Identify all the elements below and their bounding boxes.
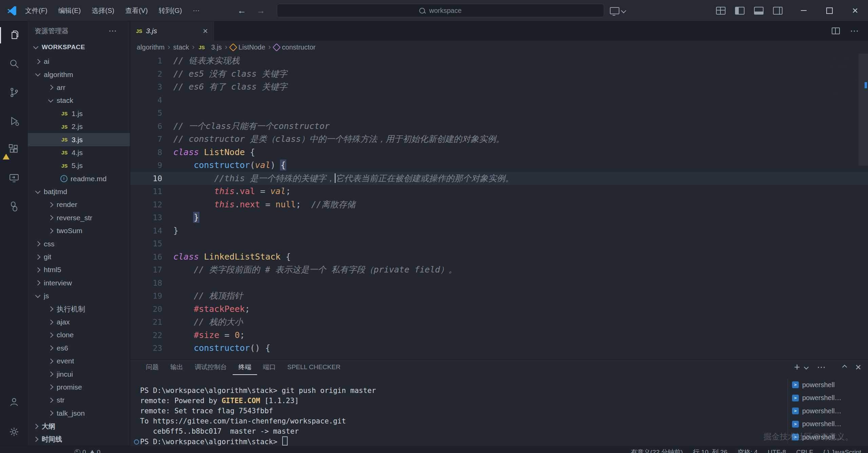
sidebar-item-explorer[interactable] <box>0 21 28 50</box>
code-line-13[interactable]: 13 } <box>130 211 868 224</box>
status-item-2[interactable]: 空格: 4 <box>737 448 757 453</box>
tree-item-event[interactable]: event <box>28 355 130 367</box>
code-line-18[interactable]: 18 <box>130 277 868 290</box>
tree-item-promise[interactable]: promise <box>28 381 130 394</box>
forward-icon[interactable]: → <box>256 5 265 16</box>
sidebar-item-search[interactable] <box>0 50 28 78</box>
code-line-9[interactable]: 9 constructor(val) { <box>130 159 868 172</box>
status-item-3[interactable]: UTF-8 <box>768 449 786 453</box>
tree-item-clone[interactable]: clone <box>28 328 130 341</box>
panel-tab-问题[interactable]: 问题 <box>140 359 165 375</box>
code-line-23[interactable]: 23 constructor() { <box>130 342 868 355</box>
tree-item-stack[interactable]: stack <box>28 94 130 107</box>
sidebar-pane-时间线[interactable]: 时间线 <box>28 433 130 446</box>
breadcrumb-algorithm[interactable]: algorithm <box>137 43 165 51</box>
minimap[interactable]: // 链表来实现栈// es5 没有 class 关键字// es6 有了 cl… <box>825 54 858 103</box>
tree-item-1.js[interactable]: JS1.js <box>28 107 130 120</box>
settings-button[interactable] <box>0 417 28 446</box>
code-line-12[interactable]: 12 this.next = null; //离散存储 <box>130 198 868 211</box>
menu-overflow-icon[interactable]: ⋯ <box>187 0 205 21</box>
sidebar-pane-大纲[interactable]: 大纲 <box>28 420 130 433</box>
back-icon[interactable]: ← <box>237 5 246 16</box>
code-line-2[interactable]: 2// es5 没有 class 关键字 <box>130 68 868 81</box>
tree-item-interview[interactable]: interview <box>28 277 130 289</box>
menu-item-4[interactable]: 转到(G) <box>153 0 188 21</box>
panel-tab-输出[interactable]: 输出 <box>165 359 189 375</box>
tree-item-batjtmd[interactable]: batjtmd <box>28 185 130 198</box>
panel-tab-终端[interactable]: 终端 <box>233 359 257 375</box>
sidebar-item-remote-explorer[interactable] <box>0 164 28 192</box>
breadcrumb-constructor[interactable]: constructor <box>274 43 315 51</box>
tree-item-jincui[interactable]: jincui <box>28 367 130 380</box>
maximize-button[interactable] <box>816 0 842 21</box>
tree-item-html5[interactable]: html5 <box>28 263 130 276</box>
sidebar-item-source-control[interactable] <box>0 78 28 107</box>
code-line-5[interactable]: 5 <box>130 107 868 120</box>
tree-item-ai[interactable]: ai <box>28 55 130 68</box>
code-line-22[interactable]: 22 #size = 0; <box>130 329 868 342</box>
tab-3js[interactable]: JS 3.js × <box>130 21 214 41</box>
toggle-panel-icon[interactable] <box>754 7 764 15</box>
code-line-1[interactable]: 1// 链表来实现栈 <box>130 54 868 68</box>
breadcrumb-ListNode[interactable]: ListNode <box>230 43 265 51</box>
account-button[interactable] <box>0 388 28 416</box>
toggle-sidebar-icon[interactable] <box>735 7 745 15</box>
tree-item-ajax[interactable]: ajax <box>28 316 130 328</box>
code-line-6[interactable]: 6// 一个class只能有一个constructor <box>130 120 868 133</box>
panel-tab-调试控制台[interactable]: 调试控制台 <box>189 359 233 375</box>
code-line-10[interactable]: 10 //this 是一个特殊的关键字，它代表当前正在被创建或操作的那个对象实例… <box>130 172 868 185</box>
workspace-section-header[interactable]: WORKSPACE <box>28 41 130 54</box>
code-line-14[interactable]: 14} <box>130 224 868 238</box>
sidebar-item-run-debug[interactable] <box>0 107 28 135</box>
terminal-tab-0[interactable]: >powershell <box>788 378 863 392</box>
code-line-20[interactable]: 20 #stackPeek; <box>130 303 868 316</box>
status-warning-count[interactable]: 0 <box>90 449 101 453</box>
menu-item-1[interactable]: 编辑(E) <box>53 0 86 21</box>
more-actions-icon[interactable]: ⋯ <box>109 26 117 36</box>
status-item-1[interactable]: 行 10, 列 26 <box>693 448 727 453</box>
tree-item-arr[interactable]: arr <box>28 81 130 94</box>
menu-item-3[interactable]: 查看(V) <box>120 0 153 21</box>
code-line-17[interactable]: 17 // 类字段前面的 # 表示这是一个 私有字段（private field… <box>130 263 868 277</box>
code-line-19[interactable]: 19 // 栈顶指针 <box>130 289 868 303</box>
tree-item-4.js[interactable]: JS4.js <box>28 146 130 159</box>
scrollbar-slider[interactable] <box>859 54 868 166</box>
panel-tab-端口[interactable]: 端口 <box>257 359 282 375</box>
customize-layout-icon[interactable] <box>716 7 726 15</box>
code-line-16[interactable]: 16class LinkedListStack { <box>130 250 868 264</box>
code-line-11[interactable]: 11 this.val = val; <box>130 185 868 198</box>
tree-item-2.js[interactable]: JS2.js <box>28 120 130 133</box>
more-actions-icon[interactable]: ⋯ <box>850 26 859 36</box>
tree-item-readme.md[interactable]: ireadme.md <box>28 172 130 185</box>
more-actions-icon[interactable]: ⋯ <box>817 362 826 373</box>
close-panel-icon[interactable]: × <box>855 362 861 372</box>
code-line-15[interactable]: 15 <box>130 237 868 250</box>
status-item-4[interactable]: CRLF <box>796 449 813 453</box>
sidebar-item-extensions[interactable] <box>0 135 28 164</box>
tree-item-talk_json[interactable]: talk_json <box>28 407 130 420</box>
tree-item-git[interactable]: git <box>28 250 130 263</box>
terminal-tab-1[interactable]: >powershell… <box>788 392 863 405</box>
tree-item-js[interactable]: js <box>28 289 130 302</box>
status-item-5[interactable]: { } JavaScript <box>823 449 861 453</box>
tree-item-3.js[interactable]: JS3.js <box>28 133 130 146</box>
tree-item-str[interactable]: str <box>28 394 130 407</box>
minimize-button[interactable] <box>791 0 816 21</box>
code-line-8[interactable]: 8class ListNode { <box>130 146 868 159</box>
tree-item-reverse_str[interactable]: reverse_str <box>28 211 130 224</box>
split-editor-icon[interactable] <box>832 27 840 34</box>
code-editor[interactable]: 1// 链表来实现栈2// es5 没有 class 关键字3// es6 有了… <box>130 54 868 359</box>
command-center-search[interactable]: workspace <box>277 4 604 17</box>
tree-item-5.js[interactable]: JS5.js <box>28 159 130 172</box>
breadcrumb-3.js[interactable]: JS3.js <box>198 43 222 51</box>
remote-window-icon[interactable] <box>610 0 625 21</box>
maximize-panel-icon[interactable] <box>842 365 847 370</box>
breadcrumb-stack[interactable]: stack <box>173 43 189 51</box>
editor-scrollbar[interactable] <box>859 54 868 359</box>
sidebar-item-python[interactable] <box>0 192 28 221</box>
tree-item-es6[interactable]: es6 <box>28 342 130 355</box>
terminal-tab-3[interactable]: >powershell… <box>788 418 863 431</box>
toggle-secondary-sidebar-icon[interactable] <box>773 7 783 15</box>
tree-item-twoSum[interactable]: twoSum <box>28 224 130 237</box>
status-item-0[interactable]: 有意义(22 分钟前) <box>631 448 683 453</box>
